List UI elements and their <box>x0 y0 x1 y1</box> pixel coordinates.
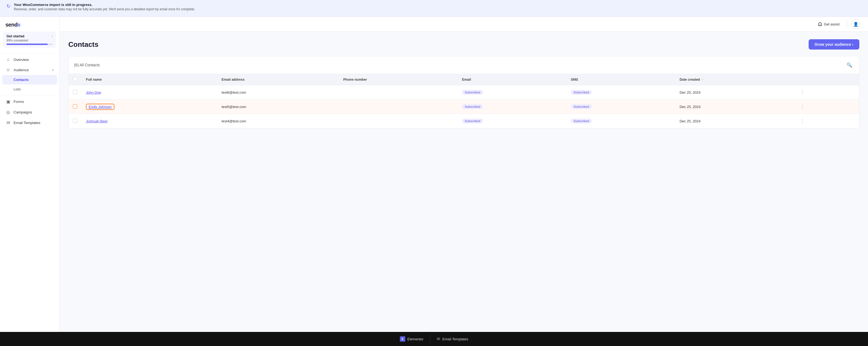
sidebar-item-lists-label: Lists <box>13 87 21 91</box>
contact-name-link[interactable]: Joshuah Beer <box>86 119 107 123</box>
row-date-created: Dec 25, 2024 <box>675 85 794 100</box>
banner-title: Your WooCommerce import is still in prog… <box>14 3 195 7</box>
headset-icon: 🎧 <box>818 22 822 26</box>
th-sms-status: SMS <box>566 74 675 85</box>
email-status-badge: Subscribed <box>462 90 483 95</box>
sms-status-badge: Subscribed <box>571 90 592 95</box>
user-icon: 👤 <box>853 22 859 27</box>
campaigns-icon: ◎ <box>5 110 11 115</box>
row-full-name: John Doe <box>82 85 217 100</box>
bottom-taskbar: E Elementor ✉ Email Templates <box>0 332 868 346</box>
row-actions: ⋮ <box>794 85 859 100</box>
sync-icon: ↻ <box>6 3 10 9</box>
row-sms-status: Subscribed <box>566 85 675 100</box>
home-icon: ⌂ <box>5 57 11 62</box>
taskbar-item-elementor[interactable]: E Elementor <box>393 334 430 344</box>
grow-audience-label: Grow your audience › <box>815 42 854 46</box>
page-title: Contacts <box>68 40 98 49</box>
elementor-label: Elementor <box>407 337 424 341</box>
progress-bar-background <box>6 44 53 45</box>
contact-name-link-highlighted[interactable]: Emily Johnson <box>89 105 112 109</box>
email-templates-icon: ✉ <box>437 337 440 341</box>
email-status-badge: Subscribed <box>462 104 483 109</box>
search-button[interactable]: 🔍 <box>845 61 854 69</box>
contacts-section: (6) All Contacts 🔍 Full name <box>68 56 859 128</box>
row-email-status: Subscribed <box>458 100 566 114</box>
row-more-button[interactable]: ⋮ <box>798 89 807 96</box>
sms-status-badge: Subscribed <box>571 104 592 109</box>
woocommerce-banner: ↻ Your WooCommerce import is still in pr… <box>0 0 868 17</box>
search-icon: 🔍 <box>846 62 852 68</box>
table-row: John Doe test6@test.com Subscribed Subsc… <box>69 85 859 100</box>
sidebar-divider-2 <box>0 95 59 95</box>
sidebar-item-campaigns-label: Campaigns <box>13 110 32 114</box>
sidebar-item-audience-label: Audience <box>13 68 29 72</box>
row-phone <box>339 114 458 128</box>
th-full-name: Full name <box>82 74 217 85</box>
get-started-percent: 89% completed <box>6 39 53 42</box>
row-email-status: Subscribed <box>458 85 566 100</box>
table-row: Joshuah Beer test4@test.com Subscribed S… <box>69 114 859 128</box>
audience-icon: ☺ <box>5 67 11 72</box>
th-checkbox <box>69 74 82 85</box>
get-started-label: Get started <box>6 34 24 38</box>
sidebar-item-contacts[interactable]: Contacts <box>2 75 57 84</box>
get-started-box[interactable]: Get started › 89% completed <box>3 32 56 48</box>
row-date-created: Dec 25, 2024 <box>675 114 794 128</box>
sms-status-badge: Subscribed <box>571 118 592 124</box>
main-content: 🎧 Get assist 👤 Contacts Grow your audien… <box>60 17 868 332</box>
row-checkbox-cell <box>69 114 82 128</box>
row-sms-status: Subscribed <box>566 114 675 128</box>
row-checkbox[interactable] <box>73 90 77 94</box>
sidebar-item-campaigns[interactable]: ◎ Campaigns <box>0 107 59 117</box>
user-profile-button[interactable]: 👤 <box>851 20 860 29</box>
sidebar-item-audience[interactable]: ☺ Audience ∧ <box>0 65 59 75</box>
contacts-header: (6) All Contacts 🔍 <box>69 56 859 74</box>
row-checkbox[interactable] <box>73 118 77 123</box>
taskbar-item-email-templates[interactable]: ✉ Email Templates <box>430 334 475 344</box>
get-assist-label: Get assist <box>824 22 840 26</box>
banner-text: Your WooCommerce import is still in prog… <box>14 3 195 11</box>
select-all-checkbox[interactable] <box>73 77 77 81</box>
row-checkbox-cell <box>69 100 82 114</box>
row-checkbox[interactable] <box>73 104 77 109</box>
logo-suffix: ıı <box>18 22 20 28</box>
row-actions: ⋮ <box>794 114 859 128</box>
row-full-name: Emily Johnson <box>82 100 217 114</box>
sort-asc-icon: ↑ <box>702 78 703 81</box>
sidebar-item-lists[interactable]: Lists <box>0 84 59 94</box>
row-more-button[interactable]: ⋮ <box>798 103 807 110</box>
sidebar-item-overview-label: Overview <box>13 58 29 62</box>
sidebar-item-overview[interactable]: ⌂ Overview <box>0 55 59 65</box>
chevron-right-icon: › <box>52 34 53 38</box>
chevron-up-icon: ∧ <box>52 68 54 72</box>
banner-subtitle: Revenue, order, and customer data may no… <box>14 7 195 11</box>
sidebar-item-forms-label: Forms <box>13 100 24 104</box>
contact-name-link[interactable]: John Doe <box>86 91 101 95</box>
table-header-row: Full name Email address Phone number Ema… <box>69 74 859 85</box>
grow-audience-button[interactable]: Grow your audience › <box>809 39 859 49</box>
row-more-button[interactable]: ⋮ <box>798 117 807 125</box>
page-header: Contacts Grow your audience › <box>68 39 859 49</box>
top-bar: 🎧 Get assist 👤 <box>60 17 868 32</box>
sidebar: sendıı Get started › 89% completed ⌂ Ove… <box>0 17 60 332</box>
get-assist-button[interactable]: 🎧 Get assist <box>815 21 842 28</box>
sidebar-item-forms[interactable]: ▣ Forms <box>0 96 59 107</box>
row-phone <box>339 85 458 100</box>
sidebar-item-email-templates[interactable]: ✉ Email Templates <box>0 117 59 128</box>
row-email: test6@test.com <box>217 85 339 100</box>
row-email: test4@test.com <box>217 114 339 128</box>
th-email-status: Email <box>458 74 566 85</box>
logo: sendıı <box>0 17 59 32</box>
row-checkbox-cell <box>69 85 82 100</box>
sidebar-item-email-templates-label: Email Templates <box>13 121 40 125</box>
contacts-table: Full name Email address Phone number Ema… <box>69 74 859 128</box>
th-phone-number: Phone number <box>339 74 458 85</box>
contacts-count: (6) All Contacts <box>74 63 100 67</box>
th-email-address: Email address <box>217 74 339 85</box>
row-full-name: Joshuah Beer <box>82 114 217 128</box>
row-date-created: Dec 25, 2024 <box>675 100 794 114</box>
row-phone <box>339 100 458 114</box>
app-body: sendıı Get started › 89% completed ⌂ Ove… <box>0 17 868 332</box>
email-status-badge: Subscribed <box>462 118 483 124</box>
